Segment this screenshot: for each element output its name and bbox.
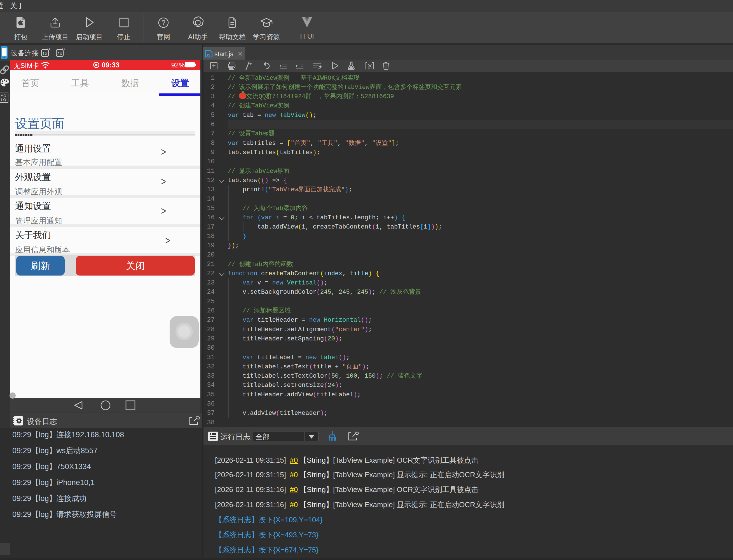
svg-text:JS: JS — [206, 53, 210, 57]
svg-text:*: * — [248, 62, 253, 70]
svg-text:?: ? — [161, 19, 165, 26]
svg-text:1X: 1X — [42, 51, 47, 56]
svg-text:2X: 2X — [57, 51, 62, 56]
